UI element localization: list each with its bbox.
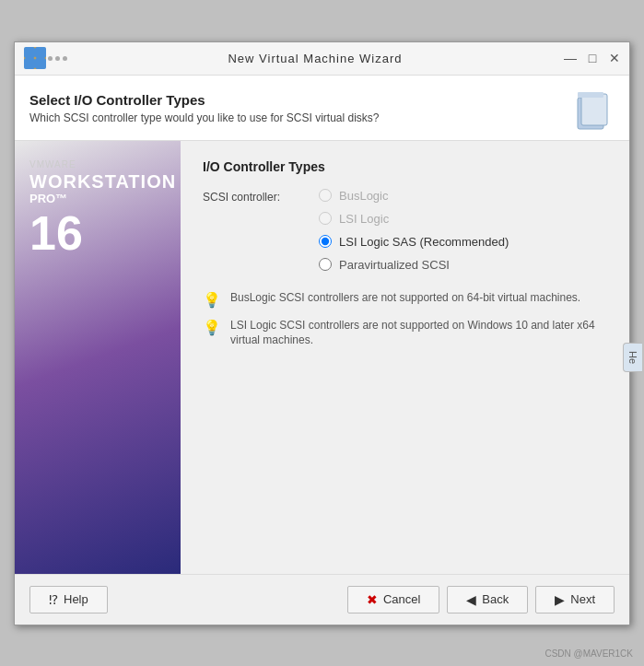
radio-buslogic-input[interactable] [319,189,332,202]
help-button[interactable]: ⁉ Help [29,586,108,613]
back-button[interactable]: ◀ Back [447,586,528,613]
sidebar: VMWARE WORKSTATION PRO™ 16 [15,141,181,574]
cancel-label: Cancel [383,592,420,606]
app-logo [22,45,48,71]
note-text-1: BusLogic SCSI controllers are not suppor… [230,290,580,306]
svg-rect-1 [24,47,35,58]
footer: ⁉ Help ✖ Cancel ◀ Back ▶ Next [15,574,629,625]
main-panel: I/O Controller Types SCSI controller: Bu… [181,141,629,574]
close-button[interactable]: ✕ [607,51,622,65]
radio-lsilogicsas-label: LSI Logic SAS (Recommended) [339,235,509,249]
side-help-tab[interactable]: He [623,342,642,371]
footer-right: ✖ Cancel ◀ Back ▶ Next [347,586,615,613]
svg-rect-2 [35,47,46,58]
help-label: Help [64,592,88,606]
note-icon-1: 💡 [203,291,221,309]
sidebar-vmware-label: VMWARE [29,159,76,169]
window-title: New Virtual Machine Wizard [67,52,563,65]
help-icon: ⁉ [49,592,58,607]
svg-rect-3 [24,58,35,69]
content-area: VMWARE WORKSTATION PRO™ 16 I/O Controlle… [15,141,629,574]
sidebar-version-label: 16 [29,209,83,257]
titlebar: New Virtual Machine Wizard — □ ✕ [15,42,629,76]
svg-rect-6 [581,94,607,125]
header-icon [570,87,615,131]
radio-lsilogic-input[interactable] [319,212,332,225]
page-subtitle: Which SCSI controller type would you lik… [29,111,380,124]
controller-row: SCSI controller: BusLogic LSI Logic LSI … [203,189,607,272]
watermark: CSDN @MAVER1CK [544,648,633,659]
page-title: Select I/O Controller Types [29,92,380,108]
header-text: Select I/O Controller Types Which SCSI c… [29,92,380,124]
radio-paravirtualized-label: Paravirtualized SCSI [339,258,450,272]
section-title: I/O Controller Types [203,159,607,174]
radio-paravirtualized-input[interactable] [319,258,332,271]
next-icon: ▶ [555,592,565,607]
back-label: Back [482,592,509,606]
header-section: Select I/O Controller Types Which SCSI c… [15,76,629,141]
controller-label: SCSI controller: [203,189,304,204]
sidebar-workstation-label: WORKSTATION [29,171,176,192]
radio-lsilogic-label: LSI Logic [339,212,389,226]
footer-left: ⁉ Help [29,586,108,613]
notes-area: 💡 BusLogic SCSI controllers are not supp… [203,290,607,349]
radio-buslogic[interactable]: BusLogic [319,189,509,203]
radio-lsilogicsas-input[interactable] [319,235,332,248]
cancel-icon: ✖ [367,592,378,607]
next-button[interactable]: ▶ Next [535,586,615,613]
radio-lsilogicsas[interactable]: LSI Logic SAS (Recommended) [319,235,509,249]
window-controls: — □ ✕ [563,51,622,65]
titlebar-dots [48,56,67,61]
note-icon-2: 💡 [203,319,221,336]
note-text-2: LSI Logic SCSI controllers are not suppo… [230,318,607,349]
next-label: Next [570,592,595,606]
minimize-button[interactable]: — [563,51,578,65]
sidebar-pro-label: PRO™ [29,192,67,205]
note-item-2: 💡 LSI Logic SCSI controllers are not sup… [203,318,607,349]
radio-lsilogic[interactable]: LSI Logic [319,212,509,226]
note-item-1: 💡 BusLogic SCSI controllers are not supp… [203,290,607,309]
maximize-button[interactable]: □ [585,51,600,65]
radio-buslogic-label: BusLogic [339,189,388,203]
svg-rect-4 [35,58,46,69]
radio-paravirtualized[interactable]: Paravirtualized SCSI [319,258,509,272]
back-icon: ◀ [466,592,476,607]
radio-group: BusLogic LSI Logic LSI Logic SAS (Recomm… [319,189,509,272]
cancel-button[interactable]: ✖ Cancel [347,586,439,613]
svg-rect-7 [578,92,603,98]
main-window: New Virtual Machine Wizard — □ ✕ Select … [14,41,630,625]
